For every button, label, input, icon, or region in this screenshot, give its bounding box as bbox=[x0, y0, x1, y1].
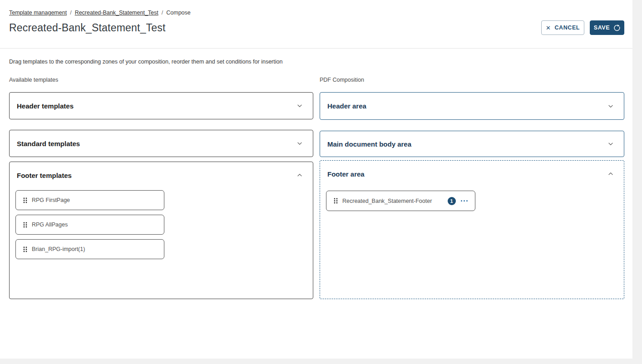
accordion-title: Main document body area bbox=[327, 140, 411, 148]
accordion-standard-templates-toggle[interactable]: Standard templates bbox=[10, 130, 313, 157]
drag-handle-icon[interactable] bbox=[23, 197, 27, 203]
accordion-footer-area-toggle[interactable]: Footer area bbox=[320, 161, 624, 187]
accordion-title: Header templates bbox=[17, 102, 74, 110]
template-item-label: Brian_RPG-import(1) bbox=[32, 246, 85, 252]
pdf-composition-label: PDF Composition bbox=[320, 77, 624, 83]
breadcrumb-current-compose: Compose bbox=[166, 10, 191, 16]
page-title: Recreated-Bank_Statement_Test bbox=[9, 22, 166, 34]
compose-main: Drag templates to the corresponding zone… bbox=[0, 49, 632, 299]
footer-templates-list: RPG FirstPage RPG AllPages bbox=[10, 188, 313, 259]
save-button[interactable]: SAVE bbox=[590, 20, 624, 35]
close-icon: ✕ bbox=[546, 25, 551, 31]
drag-handle-icon[interactable] bbox=[23, 222, 27, 228]
title-row: Recreated-Bank_Statement_Test ✕ CANCEL S… bbox=[0, 16, 632, 35]
header-actions: ✕ CANCEL SAVE bbox=[541, 20, 624, 35]
accordion-main-body-area: Main document body area bbox=[320, 131, 624, 157]
breadcrumb-separator: / bbox=[162, 10, 163, 16]
accordion-standard-templates: Standard templates bbox=[9, 130, 313, 157]
breadcrumb-link-template-management[interactable]: Template management bbox=[9, 10, 67, 16]
available-templates-label: Available templates bbox=[9, 77, 313, 83]
accordion-title: Footer templates bbox=[17, 172, 72, 179]
accordion-footer-templates-toggle[interactable]: Footer templates bbox=[10, 162, 313, 188]
accordion-main-body-area-toggle[interactable]: Main document body area bbox=[320, 131, 624, 157]
chevron-down-icon bbox=[296, 103, 303, 109]
conditions-count-badge: 1 bbox=[448, 197, 456, 205]
accordion-footer-templates: Footer templates bbox=[9, 162, 313, 299]
drag-handle-icon[interactable] bbox=[23, 246, 27, 252]
instruction-text: Drag templates to the corresponding zone… bbox=[9, 59, 632, 65]
template-item-rpg-firstpage[interactable]: RPG FirstPage bbox=[15, 190, 164, 210]
cancel-button-label: CANCEL bbox=[554, 25, 580, 31]
accordion-title: Footer area bbox=[327, 170, 365, 178]
drag-handle-icon[interactable] bbox=[334, 198, 338, 204]
template-item-rpg-allpages[interactable]: RPG AllPages bbox=[15, 215, 164, 235]
chevron-down-icon bbox=[607, 103, 614, 109]
available-templates-column: Available templates Header templates Sta… bbox=[9, 77, 313, 299]
breadcrumb-separator: / bbox=[70, 10, 71, 16]
accordion-title: Standard templates bbox=[17, 140, 80, 148]
breadcrumb: Template management / Recreated-Bank_Sta… bbox=[0, 0, 632, 16]
template-item-label: RPG FirstPage bbox=[32, 197, 70, 203]
chevron-up-icon bbox=[296, 172, 303, 178]
accordion-footer-area: Footer area bbox=[320, 160, 624, 299]
more-options-icon[interactable] bbox=[460, 199, 469, 203]
accordion-header-area-toggle[interactable]: Header area bbox=[320, 93, 624, 119]
breadcrumb-link-template-name[interactable]: Recreated-Bank_Statement_Test bbox=[75, 10, 158, 16]
composition-item-label: Recreated_Bank_Statement-Footer bbox=[342, 198, 432, 204]
accordion-header-templates-toggle[interactable]: Header templates bbox=[10, 93, 313, 119]
page-content: Template management / Recreated-Bank_Sta… bbox=[0, 0, 632, 359]
chevron-down-icon bbox=[296, 140, 303, 147]
accordion-header-templates: Header templates bbox=[9, 92, 313, 119]
save-button-label: SAVE bbox=[594, 25, 610, 31]
chevron-down-icon bbox=[607, 141, 614, 147]
footer-area-drop-zone: Recreated_Bank_Statement-Footer 1 bbox=[320, 187, 624, 211]
composition-item-footer[interactable]: Recreated_Bank_Statement-Footer 1 bbox=[326, 191, 475, 211]
save-circular-arrow-icon bbox=[613, 25, 620, 31]
accordion-header-area: Header area bbox=[320, 92, 624, 120]
accordion-title: Header area bbox=[327, 102, 366, 110]
template-item-brian-rpg-import[interactable]: Brian_RPG-import(1) bbox=[15, 239, 164, 259]
template-item-label: RPG AllPages bbox=[32, 221, 68, 228]
cancel-button[interactable]: ✕ CANCEL bbox=[541, 20, 584, 35]
chevron-up-icon bbox=[607, 171, 614, 177]
page-header: Template management / Recreated-Bank_Sta… bbox=[0, 0, 632, 49]
pdf-composition-column: PDF Composition Header area Main documen… bbox=[320, 77, 624, 299]
